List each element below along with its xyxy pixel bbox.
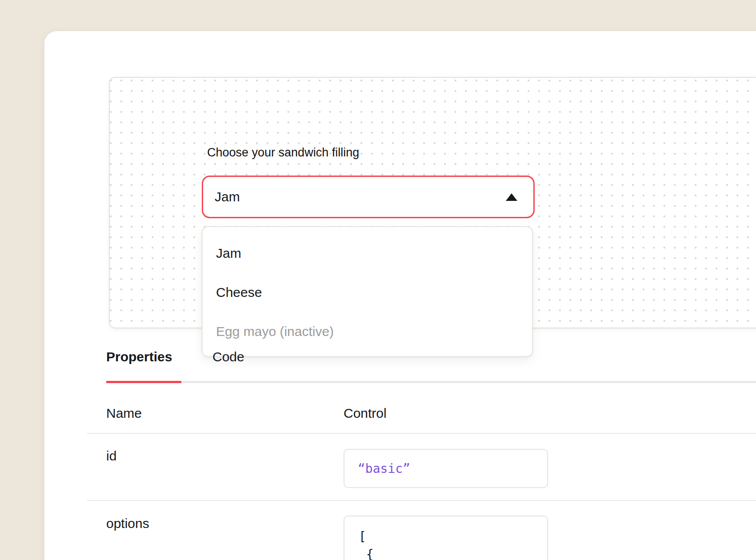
prop-name-id: id: [106, 448, 116, 464]
select-selected-value: Jam: [215, 189, 240, 204]
active-tab-underline: [106, 381, 181, 383]
code-token: [: [359, 529, 366, 544]
playground-page: Choose your sandwich filling Jam Jam Che…: [0, 0, 756, 560]
id-control-value: “basic”: [358, 461, 410, 476]
dropdown-option-cheese[interactable]: Cheese: [203, 273, 532, 312]
table-header-divider: [87, 433, 756, 434]
prop-name-options: options: [106, 516, 149, 532]
select-dropdown-panel: Jam Cheese Egg mayo (inactive): [202, 226, 533, 357]
code-line: {: [359, 546, 547, 560]
dropdown-option-egg-mayo: Egg mayo (inactive): [203, 312, 532, 351]
caret-up-icon: [506, 193, 517, 201]
code-token: {: [359, 547, 374, 560]
preview-canvas: Choose your sandwich filling Jam Jam Che…: [109, 77, 756, 328]
tab-code[interactable]: Code: [212, 348, 244, 366]
options-control-object-editor[interactable]: [ { “id”: 1, “label”: “Jam”: [344, 516, 548, 560]
column-header-control: Control: [344, 405, 387, 421]
tab-bar-baseline: [106, 381, 756, 383]
code-line: [: [359, 528, 547, 546]
tab-properties[interactable]: Properties: [106, 348, 172, 366]
main-card: Choose your sandwich filling Jam Jam Che…: [44, 31, 756, 560]
table-row-divider: [87, 500, 756, 501]
id-control-input[interactable]: “basic”: [344, 449, 548, 488]
sandwich-filling-select[interactable]: Jam: [202, 176, 535, 218]
dropdown-option-jam[interactable]: Jam: [203, 234, 532, 273]
column-header-name: Name: [106, 405, 142, 421]
select-field-label: Choose your sandwich filling: [207, 144, 359, 161]
